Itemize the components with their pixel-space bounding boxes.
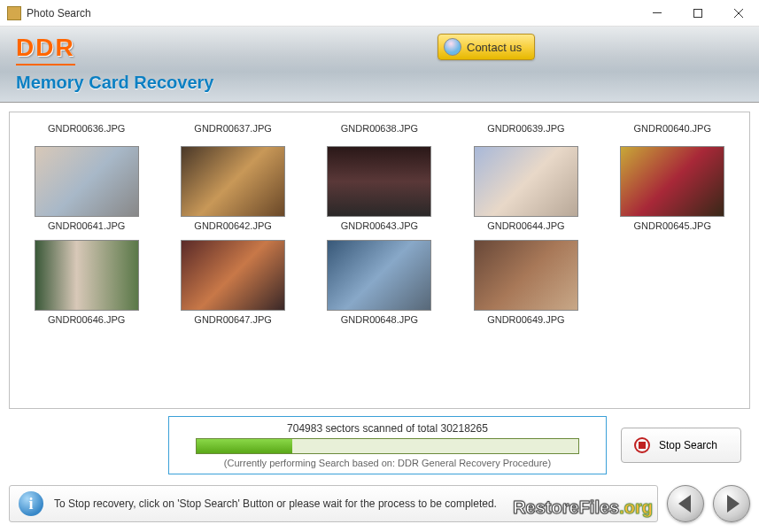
footer: i To Stop recovery, click on 'Stop Searc… xyxy=(9,484,750,523)
stop-label: Stop Search xyxy=(659,439,717,451)
svg-rect-0 xyxy=(653,12,662,13)
thumbnail-item[interactable]: GNDR00641.JPG xyxy=(16,137,158,231)
person-icon xyxy=(444,38,461,56)
thumbnail-item[interactable]: GNDR00647.JPG xyxy=(162,231,304,325)
thumbnail-label: GNDR00645.JPG xyxy=(601,220,743,231)
thumbnail-label: GNDR00644.JPG xyxy=(455,220,597,231)
thumbnail-panel[interactable]: GNDR00636.JPGGNDR00637.JPGGNDR00638.JPGG… xyxy=(9,112,750,409)
thumbnail-image xyxy=(181,240,285,311)
header-banner: DDR Memory Card Recovery Contact us xyxy=(0,27,759,103)
brand-logo: DDR xyxy=(16,34,75,66)
titlebar: Photo Search xyxy=(0,0,759,27)
thumbnail-item[interactable]: GNDR00642.JPG xyxy=(162,137,304,231)
contact-us-button[interactable]: Contact us xyxy=(438,34,535,60)
thumbnail-item[interactable]: GNDR00639.JPG xyxy=(455,120,597,137)
thumbnail-label: GNDR00648.JPG xyxy=(308,314,450,325)
thumbnail-item[interactable]: GNDR00640.JPG xyxy=(601,120,743,137)
progress-subtext: (Currently performing Search based on: D… xyxy=(196,458,579,468)
progress-fill xyxy=(197,439,292,453)
progress-area: 704983 sectors scanned of total 30218265… xyxy=(9,416,750,474)
forward-button[interactable] xyxy=(713,485,750,522)
thumbnail-item[interactable]: GNDR00636.JPG xyxy=(16,120,158,137)
back-button[interactable] xyxy=(667,485,704,522)
thumbnail-image xyxy=(327,146,431,217)
thumbnail-image xyxy=(35,240,139,311)
maximize-button[interactable] xyxy=(678,0,718,27)
progress-text: 704983 sectors scanned of total 30218265 xyxy=(196,422,579,435)
minimize-button[interactable] xyxy=(637,0,678,27)
thumbnail-label: GNDR00642.JPG xyxy=(162,220,304,231)
thumbnail-item[interactable]: GNDR00644.JPG xyxy=(455,137,597,231)
thumbnail-label: GNDR00646.JPG xyxy=(16,314,158,325)
thumbnail-label: GNDR00638.JPG xyxy=(308,120,450,137)
close-button[interactable] xyxy=(718,0,759,27)
arrow-left-icon xyxy=(678,495,691,513)
contact-label: Contact us xyxy=(467,41,522,54)
thumbnail-label: GNDR00641.JPG xyxy=(16,220,158,231)
stop-search-button[interactable]: Stop Search xyxy=(621,428,741,463)
thumbnail-item[interactable]: GNDR00643.JPG xyxy=(308,137,450,231)
thumbnail-label: GNDR00640.JPG xyxy=(601,120,743,137)
info-bar: i To Stop recovery, click on 'Stop Searc… xyxy=(9,485,658,522)
thumbnail-label: GNDR00636.JPG xyxy=(16,120,158,137)
thumbnail-image xyxy=(474,146,578,217)
thumbnail-image xyxy=(474,240,578,311)
info-text: To Stop recovery, click on 'Stop Search'… xyxy=(54,497,497,510)
thumbnail-image xyxy=(35,146,139,217)
stop-icon xyxy=(634,437,650,453)
app-subtitle: Memory Card Recovery xyxy=(16,73,213,93)
svg-rect-1 xyxy=(694,9,702,17)
thumbnail-item[interactable]: GNDR00646.JPG xyxy=(16,231,158,325)
info-icon: i xyxy=(19,491,43,516)
progress-bar xyxy=(196,438,579,454)
thumbnail-item[interactable]: GNDR00637.JPG xyxy=(162,120,304,137)
progress-box: 704983 sectors scanned of total 30218265… xyxy=(168,416,607,474)
thumbnail-item[interactable]: GNDR00649.JPG xyxy=(455,231,597,325)
thumbnail-label: GNDR00639.JPG xyxy=(455,120,597,137)
thumbnail-label: GNDR00647.JPG xyxy=(162,314,304,325)
thumbnail-item[interactable]: GNDR00645.JPG xyxy=(601,137,743,231)
thumbnail-image xyxy=(181,146,285,217)
thumbnail-image xyxy=(620,146,724,217)
thumbnail-label: GNDR00649.JPG xyxy=(455,314,597,325)
thumbnail-item[interactable]: GNDR00638.JPG xyxy=(308,120,450,137)
thumbnail-label: GNDR00643.JPG xyxy=(308,220,450,231)
thumbnail-item[interactable]: GNDR00648.JPG xyxy=(308,231,450,325)
arrow-right-icon xyxy=(727,495,740,513)
thumbnail-label: GNDR00637.JPG xyxy=(162,120,304,137)
main-content: GNDR00636.JPGGNDR00637.JPGGNDR00638.JPGG… xyxy=(0,103,759,483)
window-title: Photo Search xyxy=(27,7,637,19)
app-icon xyxy=(7,6,21,20)
thumbnail-image xyxy=(327,240,431,311)
